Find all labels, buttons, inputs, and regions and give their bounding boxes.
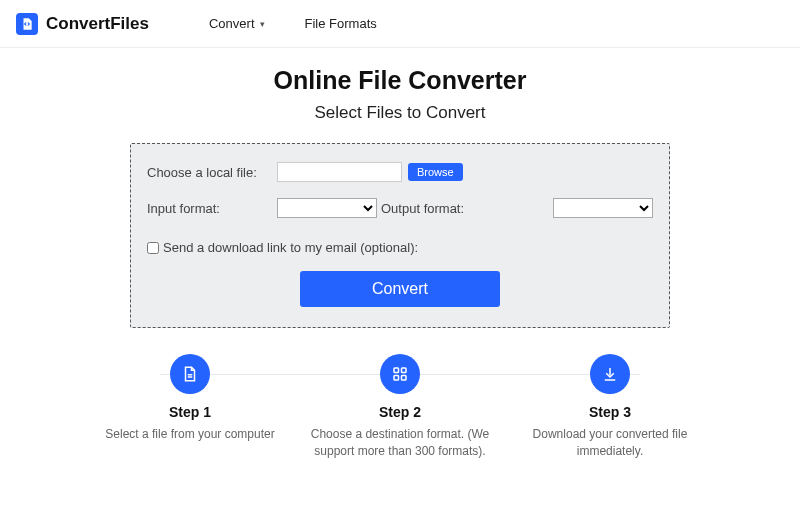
browse-button[interactable]: Browse <box>408 163 463 181</box>
page-title: Online File Converter <box>0 66 800 95</box>
brand[interactable]: ConvertFiles <box>16 13 149 35</box>
output-format-select[interactable] <box>553 198 653 218</box>
choose-file-label: Choose a local file: <box>147 165 277 180</box>
svg-rect-2 <box>394 376 399 381</box>
step-1-desc: Select a file from your computer <box>100 426 280 443</box>
main: Online File Converter Select Files to Co… <box>0 48 800 460</box>
page-subtitle: Select Files to Convert <box>0 103 800 123</box>
input-format-label: Input format: <box>147 201 277 216</box>
svg-rect-0 <box>394 368 399 373</box>
download-icon <box>590 354 630 394</box>
email-checkbox-label: Send a download link to my email (option… <box>163 240 418 255</box>
nav: Convert ▾ File Formats <box>209 16 377 31</box>
header: ConvertFiles Convert ▾ File Formats <box>0 0 800 48</box>
input-format-select[interactable] <box>277 198 377 218</box>
nav-convert[interactable]: Convert ▾ <box>209 16 265 31</box>
nav-formats-label: File Formats <box>305 16 377 31</box>
file-input[interactable] <box>277 162 402 182</box>
output-format-label: Output format: <box>381 201 464 216</box>
file-icon <box>170 354 210 394</box>
email-checkbox[interactable] <box>147 242 159 254</box>
convert-button[interactable]: Convert <box>300 271 500 307</box>
brand-logo-icon <box>16 13 38 35</box>
step-2-title: Step 2 <box>310 404 490 420</box>
grid-icon <box>380 354 420 394</box>
step-2: Step 2 Choose a destination format. (We … <box>310 354 490 460</box>
nav-file-formats[interactable]: File Formats <box>305 16 377 31</box>
step-3: Step 3 Download your converted file imme… <box>520 354 700 460</box>
chevron-down-icon: ▾ <box>260 19 265 29</box>
svg-rect-1 <box>402 368 407 373</box>
convert-form: Choose a local file: Browse Input format… <box>130 143 670 328</box>
step-3-desc: Download your converted file immediately… <box>520 426 700 460</box>
svg-rect-3 <box>402 376 407 381</box>
step-2-desc: Choose a destination format. (We support… <box>310 426 490 460</box>
step-3-title: Step 3 <box>520 404 700 420</box>
steps: Step 1 Select a file from your computer … <box>100 354 700 460</box>
brand-name: ConvertFiles <box>46 14 149 34</box>
nav-convert-label: Convert <box>209 16 255 31</box>
step-1-title: Step 1 <box>100 404 280 420</box>
step-1: Step 1 Select a file from your computer <box>100 354 280 460</box>
